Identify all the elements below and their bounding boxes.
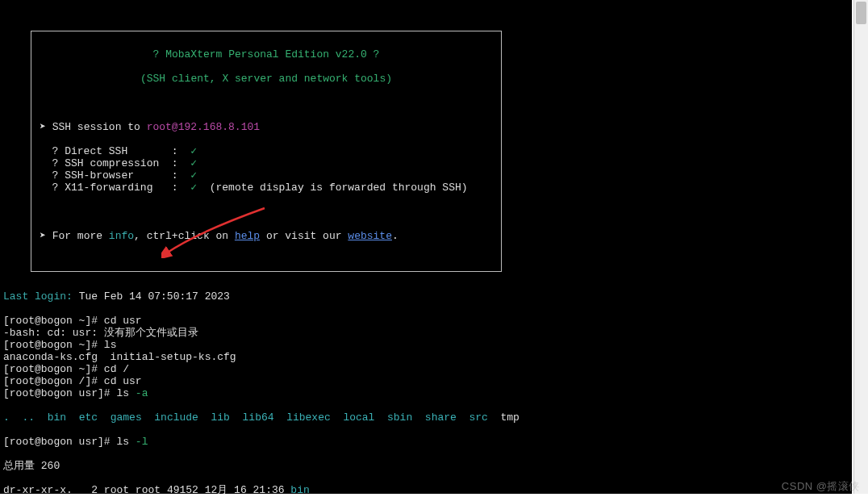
session-prefix: ➤ SSH session to — [40, 121, 147, 133]
check-icon: ✓ — [190, 145, 197, 157]
dir-entry: tmp — [500, 411, 519, 424]
more-prefix: ➤ For more — [40, 230, 109, 242]
dir-entry: include — [154, 411, 198, 424]
prompt: [root@bogon usr]# — [3, 436, 116, 448]
page: ? MobaXterm Personal Edition v22.0 ? (SS… — [0, 0, 868, 497]
banner-row-note: (remote display is forwarded through SSH… — [197, 182, 467, 194]
dot: . — [392, 230, 399, 242]
dir-entry: sbin — [387, 411, 412, 424]
mobaxterm-banner: ? MobaXterm Personal Edition v22.0 ? (SS… — [31, 31, 502, 272]
command: cd usr — [104, 315, 142, 327]
last-login-value: Tue Feb 14 07:50:17 2023 — [73, 290, 230, 303]
file-name: bin — [290, 484, 309, 496]
dir-entry: etc — [79, 411, 98, 424]
dir-entry: libexec — [286, 411, 331, 424]
banner-row-label: ? SSH-browser : — [52, 169, 191, 182]
terminal-output[interactable]: ? MobaXterm Personal Edition v22.0 ? (SS… — [0, 0, 852, 494]
command: ls — [116, 387, 135, 399]
prompt: [root@bogon ~]# — [3, 315, 104, 327]
dir-entry: src — [469, 411, 487, 424]
dir-entry: games — [111, 411, 142, 424]
output-line: anaconda-ks.cfg initial-setup-ks.cfg — [3, 351, 849, 363]
check-icon: ✓ — [190, 169, 197, 182]
date: 12月 16 21:36 — [205, 484, 285, 496]
prompt: [root@bogon /]# — [3, 375, 104, 387]
perm: dr-xr-xr-x. — [3, 484, 73, 496]
output-line: -bash: cd: usr: 没有那个文件或目录 — [3, 327, 849, 339]
command: ls — [104, 339, 117, 351]
banner-row-label: ? Direct SSH : — [52, 145, 191, 157]
info-text: info — [109, 230, 134, 242]
check-icon: ✓ — [190, 157, 197, 169]
help-link[interactable]: help — [235, 230, 260, 242]
flag-l: -l — [136, 436, 148, 448]
banner-title: ? MobaXterm Personal Edition v22.0 ? — [153, 48, 380, 61]
command-flag: -a — [136, 387, 148, 399]
scrollbar-thumb[interactable] — [856, 2, 866, 24]
prompt: [root@bogon usr]# — [3, 387, 116, 399]
banner-row-label: ? X11-forwarding : — [52, 182, 191, 194]
cmd-ls: ls — [116, 436, 135, 448]
dir-entry: lib64 — [243, 411, 274, 424]
links: 2 — [79, 484, 98, 496]
size: 49152 — [167, 484, 198, 496]
prompt: [root@bogon ~]# — [3, 363, 104, 375]
session-target: root@192.168.8.101 — [147, 121, 260, 133]
prompt: [root@bogon ~]# — [3, 339, 104, 351]
dir-entry: local — [343, 411, 374, 424]
dir-entry: . — [3, 411, 10, 424]
or-text: or visit our — [260, 230, 348, 242]
scrollbar[interactable] — [853, 0, 868, 494]
owner: root root — [104, 484, 161, 496]
command: cd usr — [104, 375, 142, 387]
dir-entry: bin — [48, 411, 66, 424]
banner-subtitle: (SSH client, X server and network tools) — [140, 73, 392, 85]
check-icon: ✓ — [190, 182, 197, 194]
total-line: 总用量 260 — [3, 460, 849, 472]
website-link[interactable]: website — [348, 230, 392, 242]
banner-row-label: ? SSH compression : — [52, 157, 191, 169]
dir-entry: lib — [211, 411, 230, 424]
last-login-label: Last login: — [3, 290, 73, 303]
dir-entry: share — [425, 411, 457, 424]
dir-entry: .. — [22, 411, 35, 424]
command: cd / — [104, 363, 129, 375]
watermark: CSDN @摇滚侠 — [782, 479, 860, 494]
ls-a-output: . .. bin etc games include lib lib64 lib… — [3, 411, 849, 424]
ctrl-text: , ctrl+click on — [134, 230, 235, 242]
